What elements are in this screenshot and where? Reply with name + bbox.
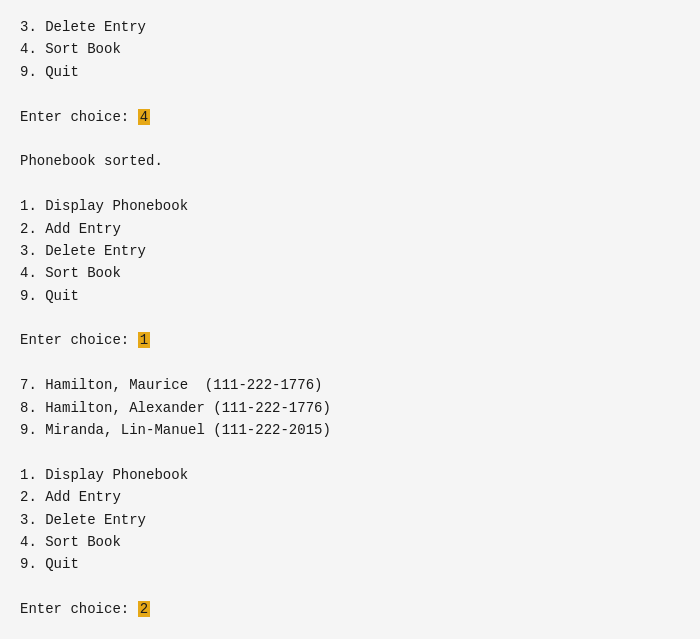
choice-value-1: 1	[138, 332, 150, 348]
top-partial-menu: 3. Delete Entry 4. Sort Book 9. Quit	[20, 16, 680, 83]
choice-value-2: 2	[138, 601, 150, 617]
menu-section-1: 1. Display Phonebook 2. Add Entry 3. Del…	[20, 195, 680, 307]
terminal-window: 3. Delete Entry 4. Sort Book 9. Quit Ent…	[0, 0, 700, 639]
menu-item-sort-3: 4. Sort Book	[20, 531, 680, 553]
prompt-choice-4: Enter choice: 4	[20, 106, 680, 128]
menu-item-add-1: 2. Add Entry	[20, 218, 680, 240]
choice-value-4: 4	[138, 109, 150, 125]
menu-item-sort-2: 4. Sort Book	[20, 262, 680, 284]
menu-item-display-1: 1. Display Phonebook	[20, 195, 680, 217]
prompt-choice-2: Enter choice: 2	[20, 598, 680, 620]
entry-hamilton-maurice: 7. Hamilton, Maurice (111-222-1776)	[20, 374, 680, 396]
menu-item-delete-3: 3. Delete Entry	[20, 509, 680, 531]
menu-item-add-2: 2. Add Entry	[20, 486, 680, 508]
entry-miranda: 9. Miranda, Lin-Manuel (111-222-2015)	[20, 419, 680, 441]
menu-section-2: 1. Display Phonebook 2. Add Entry 3. Del…	[20, 464, 680, 576]
menu-item-quit-1: 9. Quit	[20, 61, 680, 83]
prompt-choice-1: Enter choice: 1	[20, 329, 680, 351]
menu-item-sort-1: 4. Sort Book	[20, 38, 680, 60]
menu-item-delete-1: 3. Delete Entry	[20, 16, 680, 38]
menu-item-quit-3: 9. Quit	[20, 553, 680, 575]
menu-item-display-2: 1. Display Phonebook	[20, 464, 680, 486]
menu-item-delete-2: 3. Delete Entry	[20, 240, 680, 262]
sorted-message: Phonebook sorted.	[20, 150, 680, 172]
menu-item-quit-2: 9. Quit	[20, 285, 680, 307]
entry-hamilton-alexander: 8. Hamilton, Alexander (111-222-1776)	[20, 397, 680, 419]
phonebook-entries: 7. Hamilton, Maurice (111-222-1776) 8. H…	[20, 374, 680, 441]
